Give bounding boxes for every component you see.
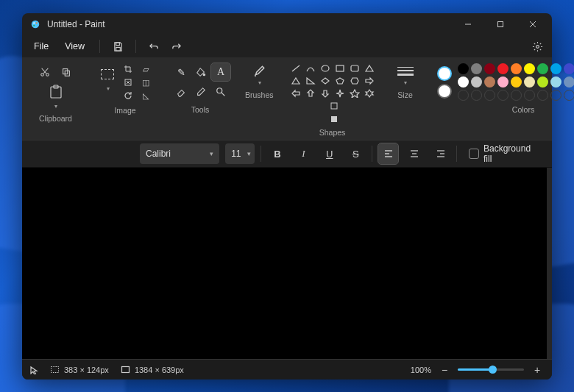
statusbar: 383 × 124px 1384 × 639px 100% − + (22, 359, 552, 379)
zoom-in-button[interactable]: + (530, 363, 545, 377)
color-swatch[interactable] (497, 76, 509, 88)
shapes-gallery[interactable] (290, 63, 375, 99)
shape-curve[interactable] (305, 63, 317, 74)
color-swatch-empty[interactable] (511, 90, 522, 101)
color-swatch[interactable] (484, 76, 495, 88)
shape-star4[interactable] (334, 88, 347, 99)
shape-arrow-d[interactable] (319, 88, 332, 99)
svg-marker-26 (307, 78, 314, 84)
crop-button[interactable] (120, 63, 136, 75)
rotate-button[interactable] (120, 90, 136, 101)
color-swatch[interactable] (497, 63, 509, 74)
color-swatch[interactable] (564, 63, 574, 74)
pencil-tool[interactable]: ✎ (171, 63, 191, 81)
settings-button[interactable] (527, 36, 548, 57)
select-tool[interactable] (96, 63, 118, 85)
shape-arrow-r[interactable] (364, 76, 376, 86)
align-left-button[interactable] (378, 143, 398, 164)
resize-button[interactable] (120, 76, 136, 88)
color-swatch[interactable] (471, 76, 482, 88)
zoom-out-button[interactable]: − (437, 363, 452, 377)
magnifier-tool[interactable] (211, 83, 230, 101)
skew-button[interactable]: ◺ (138, 90, 154, 101)
copy-button[interactable] (57, 63, 76, 81)
shape-triangle[interactable] (290, 76, 302, 86)
shape-star6[interactable] (364, 88, 376, 99)
color-swatch-empty[interactable] (524, 90, 535, 101)
underline-button[interactable]: U (319, 143, 339, 164)
color-swatch[interactable] (511, 63, 522, 74)
shape-roundrect[interactable] (349, 63, 361, 74)
size-button[interactable] (397, 63, 414, 79)
color-1[interactable] (437, 66, 452, 81)
color-swatch-empty[interactable] (564, 90, 574, 101)
color-swatch[interactable] (550, 63, 561, 74)
selection-size: 383 × 124px (50, 365, 109, 374)
color-swatch[interactable] (511, 76, 522, 88)
menu-file[interactable]: File (26, 38, 56, 54)
svg-marker-32 (366, 90, 373, 97)
paste-button[interactable] (45, 82, 67, 101)
color-swatch-empty[interactable] (537, 90, 548, 101)
picker-tool[interactable] (191, 83, 210, 101)
color-swatch[interactable] (564, 76, 574, 88)
chevron-down-icon[interactable]: ▾ (107, 85, 110, 92)
italic-button[interactable]: I (294, 143, 313, 164)
flip-v-button[interactable]: ◫ (138, 76, 154, 88)
shape-arrow-l[interactable] (290, 88, 302, 99)
redo-button[interactable] (166, 36, 186, 57)
color-swatch[interactable] (537, 76, 548, 88)
color-swatch-empty[interactable] (471, 90, 482, 101)
shape-arrow-u[interactable] (305, 88, 317, 99)
shape-fill[interactable] (326, 113, 342, 125)
color-swatch[interactable] (524, 63, 535, 74)
shape-right-tri[interactable] (305, 76, 317, 86)
shape-hexagon[interactable] (349, 76, 361, 86)
cut-button[interactable] (35, 63, 54, 81)
color-swatch[interactable] (458, 63, 469, 74)
undo-button[interactable] (144, 36, 164, 57)
color-swatch[interactable] (484, 63, 495, 74)
eraser-tool[interactable] (171, 83, 191, 101)
shape-rect[interactable] (334, 63, 347, 74)
shape-pentagon[interactable] (334, 76, 347, 86)
shape-polygon[interactable] (364, 63, 376, 74)
color-swatch[interactable] (458, 76, 469, 88)
flip-h-button[interactable]: ▱ (138, 63, 154, 75)
color-swatch-empty[interactable] (458, 90, 469, 101)
brush-tool[interactable] (251, 63, 267, 79)
background-fill-toggle[interactable]: Background fill (463, 143, 546, 164)
shape-line[interactable] (290, 63, 302, 74)
color-swatch[interactable] (471, 63, 482, 74)
minimize-button[interactable] (452, 13, 484, 35)
chevron-down-icon[interactable]: ▾ (404, 79, 407, 86)
text-tool[interactable]: A (211, 63, 230, 81)
font-family-combo[interactable]: Calibri ▾ (140, 143, 219, 164)
chevron-down-icon[interactable]: ▾ (258, 79, 261, 86)
maximize-button[interactable] (484, 13, 517, 35)
close-button[interactable] (517, 13, 549, 35)
chevron-down-icon[interactable]: ▾ (54, 103, 57, 110)
fill-tool[interactable] (191, 63, 210, 81)
color-swatch-empty[interactable] (497, 90, 509, 101)
color-2[interactable] (437, 84, 452, 99)
align-right-button[interactable] (431, 143, 450, 164)
svg-rect-8 (116, 42, 119, 45)
color-swatch[interactable] (524, 76, 535, 88)
bold-button[interactable]: B (267, 143, 287, 164)
color-swatch-empty[interactable] (484, 90, 495, 101)
shape-star5[interactable] (349, 88, 361, 99)
canvas[interactable] (22, 168, 546, 359)
font-size-combo[interactable]: 11 ▾ (225, 143, 255, 164)
strikethrough-button[interactable]: S (345, 143, 365, 164)
zoom-slider[interactable] (458, 368, 524, 371)
color-swatch[interactable] (550, 76, 561, 88)
align-center-button[interactable] (404, 143, 424, 164)
menu-view[interactable]: View (57, 38, 92, 54)
shape-outline[interactable] (326, 100, 342, 112)
shape-diamond[interactable] (319, 76, 332, 86)
save-button[interactable] (107, 36, 128, 57)
color-swatch[interactable] (537, 63, 548, 74)
shape-oval[interactable] (319, 63, 332, 74)
color-swatch-empty[interactable] (550, 90, 561, 101)
